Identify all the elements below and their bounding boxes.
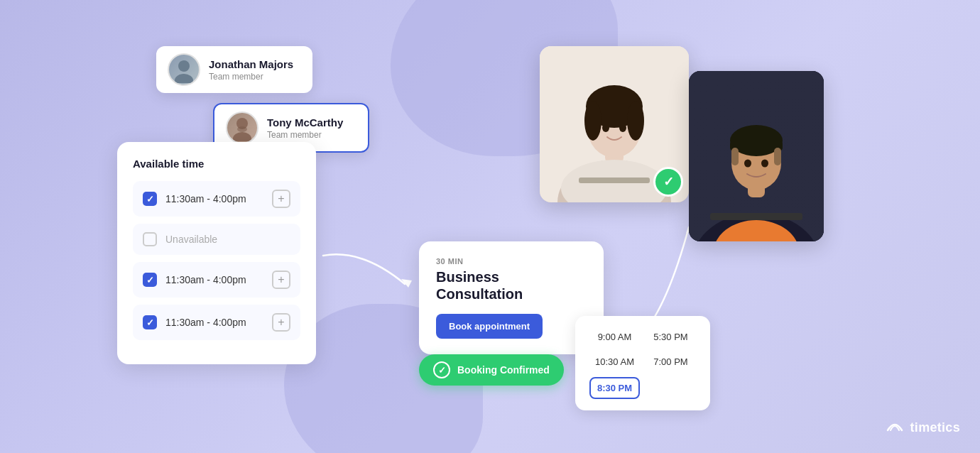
svg-point-6 xyxy=(237,126,247,132)
time-slot-3[interactable]: ✓ 11:30am - 4:00pm + xyxy=(133,262,300,298)
svg-point-12 xyxy=(584,101,601,141)
timetics-logo-icon xyxy=(885,417,905,437)
checkbox-1[interactable]: ✓ xyxy=(143,192,157,206)
consultation-duration: 30 MIN xyxy=(436,257,587,266)
book-appointment-button[interactable]: Book appointment xyxy=(436,314,543,339)
checkmark-3: ✓ xyxy=(146,275,154,285)
booking-confirmed-badge: ✓ Booking Confirmed xyxy=(419,354,564,386)
time-slot-1[interactable]: ✓ 11:30am - 4:00pm + xyxy=(133,181,300,217)
time-slot-4[interactable]: ✓ 11:30am - 4:00pm + xyxy=(133,305,300,340)
time-slot-unavailable: Unavailable xyxy=(133,224,300,255)
consultation-title: Business Consultation xyxy=(436,268,587,302)
tony-role: Team member xyxy=(267,130,343,140)
time-text-1: 11:30am - 4:00pm xyxy=(165,193,263,204)
checkmark-4: ✓ xyxy=(146,317,154,328)
svg-point-2 xyxy=(178,60,190,72)
time-text-3: 11:30am - 4:00pm xyxy=(165,274,263,285)
checkmark-1: ✓ xyxy=(146,194,154,204)
timeslot-830-selected[interactable]: 8:30 PM xyxy=(589,377,640,399)
photo-female-bg: ✓ xyxy=(540,46,689,202)
checkbox-empty[interactable] xyxy=(143,232,157,246)
member-card-jonathan: Jonathan Majors Team member xyxy=(156,46,312,93)
avatar-jonathan xyxy=(168,53,200,86)
time-text-4: 11:30am - 4:00pm xyxy=(165,317,263,328)
available-title: Available time xyxy=(133,158,300,170)
svg-rect-17 xyxy=(579,178,650,183)
svg-point-15 xyxy=(602,124,609,132)
timeslots-grid: 9:00 AM 5:30 PM 10:30 AM 7:00 PM 8:30 PM xyxy=(589,327,696,399)
checkbox-3[interactable]: ✓ xyxy=(143,273,157,287)
avatar-tony xyxy=(226,111,258,144)
jonathan-name: Jonathan Majors xyxy=(209,58,293,70)
member-info-tony: Tony McCarthy Team member xyxy=(267,116,343,140)
member-info-jonathan: Jonathan Majors Team member xyxy=(209,58,293,82)
jonathan-role: Team member xyxy=(209,72,293,82)
plus-btn-1[interactable]: + xyxy=(272,190,290,208)
timeslot-900[interactable]: 9:00 AM xyxy=(589,327,640,346)
timeslot-1030[interactable]: 10:30 AM xyxy=(589,352,640,371)
svg-marker-0 xyxy=(401,279,412,288)
svg-point-29 xyxy=(761,160,768,168)
svg-rect-27 xyxy=(774,148,781,165)
timeslot-530[interactable]: 5:30 PM xyxy=(646,327,696,346)
booking-confirmed-label: Booking Confirmed xyxy=(457,364,550,376)
svg-point-28 xyxy=(744,160,751,168)
svg-rect-26 xyxy=(731,148,739,165)
timetics-logo-text: timetics xyxy=(910,420,960,435)
plus-btn-4[interactable]: + xyxy=(272,313,290,332)
svg-point-5 xyxy=(233,132,251,141)
photo-male-bg xyxy=(689,71,824,241)
video-check-badge: ✓ xyxy=(653,167,683,197)
timeslots-card: 9:00 AM 5:30 PM 10:30 AM 7:00 PM 8:30 PM xyxy=(575,316,710,410)
timeslot-700[interactable]: 7:00 PM xyxy=(646,352,696,371)
svg-point-3 xyxy=(175,74,193,83)
checkbox-4[interactable]: ✓ xyxy=(143,315,157,329)
available-time-panel: Available time ✓ 11:30am - 4:00pm + Unav… xyxy=(117,142,316,364)
photo-card-male xyxy=(689,71,824,241)
plus-btn-3[interactable]: + xyxy=(272,271,290,289)
confirm-check-icon: ✓ xyxy=(433,361,450,378)
tony-name: Tony McCarthy xyxy=(267,116,343,129)
timetics-logo: timetics xyxy=(885,417,960,437)
svg-point-16 xyxy=(619,124,626,132)
photo-card-female: ✓ xyxy=(540,46,689,202)
svg-rect-30 xyxy=(710,213,802,220)
svg-point-13 xyxy=(627,101,644,141)
unavailable-text: Unavailable xyxy=(165,234,290,245)
